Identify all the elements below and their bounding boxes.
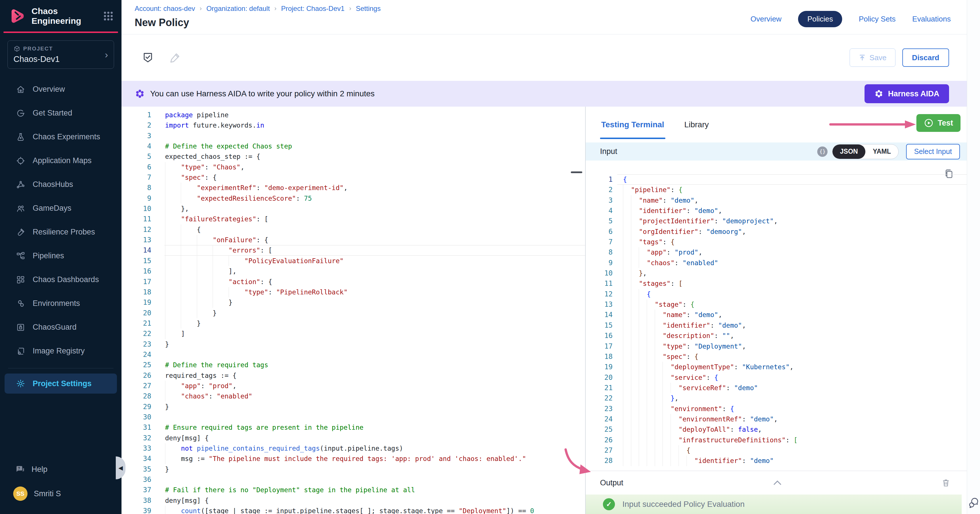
code-line-36[interactable]: 36 [121, 474, 585, 485]
top-nav-policies[interactable]: Policies [798, 11, 842, 27]
code-line-7[interactable]: 7 "tags": { [586, 237, 967, 247]
code-line-14[interactable]: 14 "name": "demo", [586, 310, 967, 320]
code-line-33[interactable]: 33 not pipeline_contains_required_tags(i… [121, 443, 585, 454]
breadcrumb-item[interactable]: Settings [356, 5, 381, 13]
code-line-12[interactable]: 12 { [586, 289, 967, 299]
split-drag-handle[interactable] [571, 172, 582, 173]
code-line-25[interactable]: 25 "deployToAll": false, [586, 424, 967, 434]
test-button[interactable]: Test [916, 114, 961, 132]
code-line-8[interactable]: 8 "app": "prod", [586, 247, 967, 258]
code-line-35[interactable]: 35} [121, 464, 585, 474]
sidebar-item-chaos-dashboards[interactable]: Chaos Dashboards [0, 268, 121, 291]
code-line-13[interactable]: 13 "onFailure": { [121, 235, 585, 245]
code-line-9[interactable]: 9 "chaos": "enabled" [586, 258, 967, 268]
code-line-27[interactable]: 27 "app": "prod", [121, 381, 585, 391]
code-line-9[interactable]: 9 "expectedResilienceScore": 75 [121, 193, 585, 204]
code-line-21[interactable]: 21 "serviceRef": "demo" [586, 383, 967, 393]
code-line-4[interactable]: 4 "identifier": "demo", [586, 205, 967, 216]
code-line-21[interactable]: 21 } [121, 318, 585, 328]
toggle-json[interactable]: JSON [832, 145, 865, 159]
sidebar-item-resilience-probes[interactable]: Resilience Probes [0, 220, 121, 244]
select-input-button[interactable]: Select Input [906, 144, 960, 159]
code-line-16[interactable]: 16 "description": "", [586, 331, 967, 341]
code-line-3[interactable]: 3 "name": "demo", [586, 195, 967, 205]
code-line-30[interactable]: 30 [121, 412, 585, 422]
code-line-24[interactable]: 24 [121, 349, 585, 360]
code-line-24[interactable]: 24 "environmentRef": "demo", [586, 414, 967, 424]
sidebar-item-project-settings[interactable]: Project Settings [5, 374, 117, 394]
sidebar-item-application-maps[interactable]: Application Maps [0, 149, 121, 173]
code-line-1[interactable]: 1package pipeline [121, 110, 585, 120]
chevron-up-icon[interactable] [773, 479, 782, 487]
top-nav-policy-sets[interactable]: Policy Sets [859, 14, 896, 24]
code-line-10[interactable]: 10 }, [586, 268, 967, 278]
json-yaml-toggle[interactable]: JSON YAML [832, 144, 899, 159]
project-selector[interactable]: PROJECT Chaos-Dev1 › [8, 40, 114, 69]
format-input-icon[interactable]: {} [817, 146, 827, 157]
help-button[interactable]: ? Help [0, 458, 121, 481]
code-line-31[interactable]: 31# Ensure required tags are present in … [121, 422, 585, 433]
discard-button[interactable]: Discard [902, 48, 949, 67]
code-line-11[interactable]: 11 "failureStrategies": [ [121, 214, 585, 224]
sidebar-item-pipelines[interactable]: Pipelines [0, 244, 121, 268]
code-line-16[interactable]: 16 ], [121, 266, 585, 276]
sidebar-item-image-registry[interactable]: Image Registry [0, 339, 121, 363]
code-line-23[interactable]: 23} [121, 339, 585, 349]
code-line-1[interactable]: 1{ [586, 174, 967, 185]
breadcrumb-item[interactable]: Project: Chaos-Dev1 [281, 5, 344, 13]
sidebar-item-chaosguard[interactable]: ChaosGuard [0, 315, 121, 339]
input-json-editor[interactable]: 1{2 "pipeline": {3 "name": "demo",4 "ide… [586, 161, 967, 471]
code-line-29[interactable]: 29} [121, 402, 585, 412]
sidebar-item-chaoshubs[interactable]: ChaosHubs [0, 173, 121, 196]
code-line-6[interactable]: 6 "orgIdentifier": "demoorg", [586, 226, 967, 237]
code-line-20[interactable]: 20 "service": { [586, 372, 967, 383]
code-line-3[interactable]: 3 [121, 131, 585, 141]
code-line-26[interactable]: 26 "infrastructureDefinitions": [ [586, 435, 967, 445]
code-line-15[interactable]: 15 "identifier": "demo", [586, 320, 967, 331]
user-menu[interactable]: SS Smriti S [0, 481, 121, 506]
code-line-32[interactable]: 32deny[msg] { [121, 433, 585, 443]
code-line-7[interactable]: 7 "spec": { [121, 172, 585, 183]
code-line-25[interactable]: 25# Define the required tags [121, 360, 585, 370]
code-line-39[interactable]: 39 count([stage | stage := input.pipelin… [121, 506, 585, 514]
code-line-28[interactable]: 28 "identifier": "demo" [586, 455, 967, 466]
code-line-8[interactable]: 8 "experimentRef": "demo-experiment-id", [121, 183, 585, 193]
code-line-20[interactable]: 20 } [121, 308, 585, 318]
code-line-27[interactable]: 27 { [586, 445, 967, 455]
shield-check-icon[interactable] [142, 51, 154, 64]
code-line-34[interactable]: 34 msg := "The pipeline must include the… [121, 454, 585, 464]
code-line-12[interactable]: 12 { [121, 224, 585, 235]
code-line-13[interactable]: 13 "stage": { [586, 299, 967, 310]
code-line-14[interactable]: 14 "errors": [ [121, 245, 585, 255]
code-line-4[interactable]: 4# Define the expected Chaos step [121, 141, 585, 151]
code-line-22[interactable]: 22 ] [121, 328, 585, 339]
code-line-11[interactable]: 11 "stages": [ [586, 278, 967, 289]
code-line-5[interactable]: 5 "projectIdentifier": "demoproject", [586, 216, 967, 226]
sidebar-item-get-started[interactable]: Get Started [0, 101, 121, 125]
code-line-17[interactable]: 17 "type": "Deployment", [586, 341, 967, 352]
breadcrumb-item[interactable]: Account: chaos-dev [135, 5, 195, 13]
code-line-6[interactable]: 6 "type": "Chaos", [121, 162, 585, 172]
code-line-17[interactable]: 17 "action": { [121, 277, 585, 287]
resource-center-chat-icon[interactable] [968, 497, 980, 509]
sidebar-item-overview[interactable]: Overview [0, 77, 121, 101]
code-line-5[interactable]: 5expected_chaos_step := { [121, 151, 585, 162]
top-nav-evaluations[interactable]: Evaluations [912, 14, 951, 24]
code-line-15[interactable]: 15 "PolicyEvaluationFailure" [121, 256, 585, 266]
module-grid-icon[interactable] [103, 10, 114, 22]
trash-icon[interactable] [941, 478, 951, 488]
policy-code-editor[interactable]: 1package pipeline2import future.keywords… [121, 107, 585, 514]
code-line-26[interactable]: 26required_tags := { [121, 371, 585, 381]
tab-testing-terminal[interactable]: Testing Terminal [601, 107, 664, 142]
sidebar-item-environments[interactable]: Environments [0, 291, 121, 315]
code-line-18[interactable]: 18 "spec": { [586, 352, 967, 362]
code-line-19[interactable]: 19 } [121, 297, 585, 307]
code-line-37[interactable]: 37# Fail if there is no "Deployment" sta… [121, 485, 585, 495]
code-line-19[interactable]: 19 "deploymentType": "Kubernetes", [586, 362, 967, 372]
code-line-22[interactable]: 22 }, [586, 393, 967, 403]
sidebar-item-gamedays[interactable]: GameDays [0, 196, 121, 220]
code-line-28[interactable]: 28 "chaos": "enabled" [121, 391, 585, 401]
toggle-yaml[interactable]: YAML [865, 145, 898, 159]
save-button[interactable]: Save [850, 48, 895, 67]
tab-library[interactable]: Library [684, 107, 709, 142]
